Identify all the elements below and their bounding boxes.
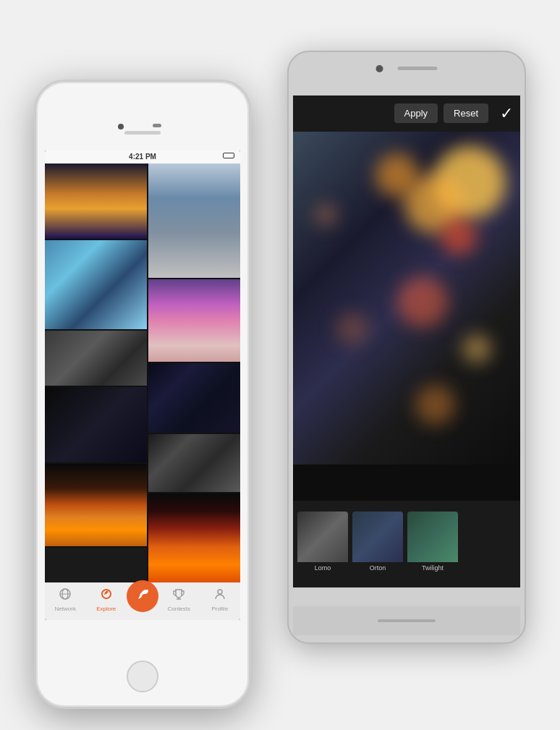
- nav-item-explore[interactable]: Explore: [86, 587, 127, 612]
- iphone-status-bar: 4:21 PM: [45, 150, 240, 164]
- android-main-image: [293, 132, 520, 464]
- bokeh-9: [336, 313, 369, 345]
- iphone-camera: [118, 124, 124, 130]
- filter-lomo-preview: [297, 512, 348, 562]
- photo-window[interactable]: [148, 363, 240, 433]
- photo-bw[interactable]: [148, 434, 240, 491]
- filter-twilight-preview: [407, 512, 458, 562]
- nav-label-contests: Contests: [167, 606, 190, 612]
- iphone-screen: 4:21 PM: [45, 150, 240, 620]
- android-phone: Apply Reset ✓ Lomo Orton: [287, 51, 526, 644]
- iphone-nav-bar: Network Explore: [45, 582, 240, 620]
- nav-label-network: Network: [55, 606, 76, 612]
- photo-mountain[interactable]: [148, 164, 240, 278]
- filter-lomo-label: Lomo: [297, 564, 348, 572]
- android-earpiece: [398, 67, 438, 70]
- filter-twilight-label: Twilight: [407, 564, 458, 572]
- grid-column-right: [148, 164, 240, 582]
- bokeh-3: [376, 153, 419, 197]
- feather-icon: [135, 587, 150, 605]
- nav-label-explore: Explore: [96, 606, 116, 612]
- bokeh-6: [462, 334, 491, 363]
- iphone-home-button[interactable]: [127, 661, 158, 692]
- scene: Apply Reset ✓ Lomo Orton: [34, 22, 526, 709]
- android-camera: [376, 65, 383, 72]
- filter-orton-label: Orton: [352, 564, 403, 572]
- explore-icon: [100, 587, 113, 604]
- filter-thumb-twilight[interactable]: Twilight: [407, 512, 458, 577]
- nav-item-center[interactable]: [127, 587, 158, 612]
- iphone: 4:21 PM: [34, 80, 251, 709]
- center-action-button[interactable]: [127, 580, 158, 612]
- nav-item-network[interactable]: Network: [45, 587, 86, 612]
- bokeh-7: [415, 385, 455, 425]
- photo-partial[interactable]: [45, 548, 147, 582]
- filter-thumb-lomo[interactable]: Lomo: [297, 512, 348, 577]
- filter-thumb-orton[interactable]: Orton: [352, 512, 403, 577]
- android-bottom-strip: [293, 464, 520, 501]
- confirm-icon[interactable]: ✓: [500, 104, 513, 123]
- bokeh-8: [315, 204, 336, 226]
- android-nav-bottom: [293, 606, 520, 635]
- bokeh-4: [441, 218, 477, 255]
- reset-button[interactable]: Reset: [444, 103, 488, 123]
- grid-column-left: [45, 164, 147, 582]
- android-toolbar: Apply Reset ✓: [293, 96, 520, 132]
- iphone-time: 4:21 PM: [129, 153, 156, 161]
- photo-grid: [45, 164, 240, 582]
- photo-clockwork[interactable]: [45, 331, 147, 386]
- android-home-indicator: [378, 619, 436, 622]
- photo-flames[interactable]: [148, 493, 240, 582]
- nav-item-contests[interactable]: Contests: [158, 587, 200, 612]
- photo-pinksky[interactable]: [148, 279, 240, 362]
- android-top-hardware: [376, 65, 438, 72]
- photo-lens[interactable]: [45, 240, 147, 329]
- iphone-facetime-camera: [153, 124, 161, 127]
- iphone-speaker: [124, 131, 161, 135]
- photo-dark-room[interactable]: [45, 387, 147, 462]
- network-icon: [59, 587, 72, 604]
- battery-icon: [223, 153, 234, 158]
- android-filters-bar: Lomo Orton Twilight: [293, 501, 520, 587]
- contests-icon: [172, 587, 185, 604]
- photo-fire[interactable]: [45, 464, 147, 546]
- svg-point-5: [218, 590, 222, 594]
- apply-button[interactable]: Apply: [394, 103, 438, 123]
- profile-icon: [213, 587, 226, 604]
- nav-label-profile: Profile: [211, 606, 228, 612]
- bokeh-5: [397, 276, 448, 327]
- nav-item-profile[interactable]: Profile: [200, 587, 241, 612]
- filter-orton-preview: [352, 512, 403, 562]
- photo-sunset[interactable]: [45, 164, 147, 239]
